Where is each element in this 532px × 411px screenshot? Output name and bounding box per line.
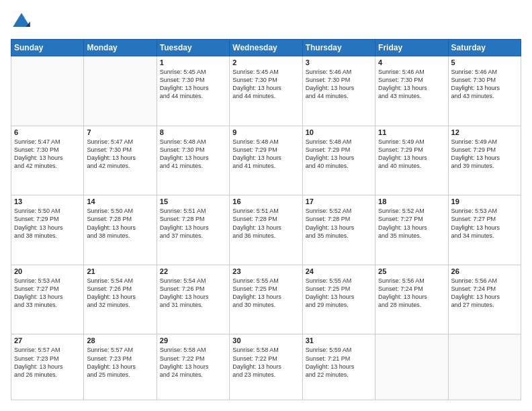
calendar-cell: 17Sunrise: 5:52 AM Sunset: 7:28 PM Dayli…	[302, 195, 375, 265]
calendar-cell: 30Sunrise: 5:58 AM Sunset: 7:22 PM Dayli…	[230, 334, 302, 400]
calendar-cell: 6Sunrise: 5:47 AM Sunset: 7:30 PM Daylig…	[11, 126, 84, 195]
day-info: Sunrise: 5:57 AM Sunset: 7:23 PM Dayligh…	[14, 346, 81, 379]
day-number: 23	[232, 267, 299, 275]
calendar-cell: 15Sunrise: 5:51 AM Sunset: 7:28 PM Dayli…	[157, 195, 229, 265]
calendar-cell: 16Sunrise: 5:51 AM Sunset: 7:28 PM Dayli…	[230, 195, 302, 265]
day-number: 3	[306, 58, 372, 66]
day-number: 21	[87, 267, 153, 275]
day-info: Sunrise: 5:47 AM Sunset: 7:30 PM Dayligh…	[14, 138, 81, 171]
day-number: 25	[378, 267, 445, 275]
calendar-week-4: 20Sunrise: 5:53 AM Sunset: 7:27 PM Dayli…	[11, 265, 521, 334]
calendar-cell: 21Sunrise: 5:54 AM Sunset: 7:26 PM Dayli…	[84, 265, 157, 334]
day-header-wednesday: Wednesday	[230, 40, 302, 56]
calendar-cell: 7Sunrise: 5:47 AM Sunset: 7:30 PM Daylig…	[84, 126, 157, 195]
day-number: 14	[87, 197, 153, 205]
calendar-week-5: 27Sunrise: 5:57 AM Sunset: 7:23 PM Dayli…	[11, 334, 521, 400]
calendar-cell: 18Sunrise: 5:52 AM Sunset: 7:27 PM Dayli…	[375, 195, 448, 265]
day-number: 13	[14, 197, 81, 205]
day-info: Sunrise: 5:54 AM Sunset: 7:26 PM Dayligh…	[87, 277, 153, 310]
calendar-cell: 26Sunrise: 5:56 AM Sunset: 7:24 PM Dayli…	[448, 265, 521, 334]
calendar-cell: 2Sunrise: 5:45 AM Sunset: 7:30 PM Daylig…	[230, 56, 302, 126]
day-info: Sunrise: 5:45 AM Sunset: 7:30 PM Dayligh…	[232, 68, 299, 101]
day-info: Sunrise: 5:54 AM Sunset: 7:26 PM Dayligh…	[160, 277, 226, 310]
day-number: 28	[87, 336, 153, 345]
day-number: 2	[232, 58, 299, 66]
day-info: Sunrise: 5:55 AM Sunset: 7:25 PM Dayligh…	[306, 277, 372, 310]
calendar-cell: 27Sunrise: 5:57 AM Sunset: 7:23 PM Dayli…	[11, 334, 84, 400]
day-info: Sunrise: 5:57 AM Sunset: 7:23 PM Dayligh…	[87, 346, 153, 379]
day-number: 5	[451, 58, 518, 66]
calendar-header-row: SundayMondayTuesdayWednesdayThursdayFrid…	[11, 40, 521, 56]
day-number: 17	[306, 197, 372, 205]
calendar-cell: 1Sunrise: 5:45 AM Sunset: 7:30 PM Daylig…	[157, 56, 229, 126]
day-header-friday: Friday	[375, 40, 448, 56]
calendar-cell: 12Sunrise: 5:49 AM Sunset: 7:29 PM Dayli…	[448, 126, 521, 195]
day-info: Sunrise: 5:47 AM Sunset: 7:30 PM Dayligh…	[87, 138, 153, 171]
day-info: Sunrise: 5:58 AM Sunset: 7:22 PM Dayligh…	[232, 346, 299, 379]
calendar-cell	[448, 334, 521, 400]
day-info: Sunrise: 5:48 AM Sunset: 7:29 PM Dayligh…	[306, 138, 372, 171]
day-info: Sunrise: 5:49 AM Sunset: 7:29 PM Dayligh…	[378, 138, 445, 171]
day-info: Sunrise: 5:52 AM Sunset: 7:28 PM Dayligh…	[306, 207, 372, 240]
day-number: 20	[14, 267, 81, 275]
calendar-cell: 10Sunrise: 5:48 AM Sunset: 7:29 PM Dayli…	[302, 126, 375, 195]
day-info: Sunrise: 5:46 AM Sunset: 7:30 PM Dayligh…	[378, 68, 445, 101]
calendar-cell: 22Sunrise: 5:54 AM Sunset: 7:26 PM Dayli…	[157, 265, 229, 334]
calendar-cell: 28Sunrise: 5:57 AM Sunset: 7:23 PM Dayli…	[84, 334, 157, 400]
day-number: 29	[160, 336, 226, 345]
calendar-cell: 11Sunrise: 5:49 AM Sunset: 7:29 PM Dayli…	[375, 126, 448, 195]
calendar-cell	[375, 334, 448, 400]
day-number: 8	[160, 128, 226, 136]
calendar-cell: 25Sunrise: 5:56 AM Sunset: 7:24 PM Dayli…	[375, 265, 448, 334]
calendar-cell: 13Sunrise: 5:50 AM Sunset: 7:29 PM Dayli…	[11, 195, 84, 265]
day-info: Sunrise: 5:48 AM Sunset: 7:29 PM Dayligh…	[232, 138, 299, 171]
day-number: 18	[378, 197, 445, 205]
calendar-cell: 24Sunrise: 5:55 AM Sunset: 7:25 PM Dayli…	[302, 265, 375, 334]
calendar-cell	[11, 56, 84, 126]
day-header-sunday: Sunday	[11, 40, 84, 56]
day-number: 27	[14, 336, 81, 345]
day-info: Sunrise: 5:51 AM Sunset: 7:28 PM Dayligh…	[160, 207, 226, 240]
day-header-saturday: Saturday	[448, 40, 521, 56]
day-number: 7	[87, 128, 153, 136]
day-number: 4	[378, 58, 445, 66]
day-number: 15	[160, 197, 226, 205]
day-info: Sunrise: 5:52 AM Sunset: 7:27 PM Dayligh…	[378, 207, 445, 240]
day-info: Sunrise: 5:55 AM Sunset: 7:25 PM Dayligh…	[232, 277, 299, 310]
day-info: Sunrise: 5:53 AM Sunset: 7:27 PM Dayligh…	[451, 207, 518, 240]
page-header	[11, 11, 521, 32]
day-header-thursday: Thursday	[302, 40, 375, 56]
day-info: Sunrise: 5:46 AM Sunset: 7:30 PM Dayligh…	[451, 68, 518, 101]
calendar-cell: 4Sunrise: 5:46 AM Sunset: 7:30 PM Daylig…	[375, 56, 448, 126]
calendar-cell: 14Sunrise: 5:50 AM Sunset: 7:28 PM Dayli…	[84, 195, 157, 265]
day-number: 19	[451, 197, 518, 205]
day-info: Sunrise: 5:56 AM Sunset: 7:24 PM Dayligh…	[378, 277, 445, 310]
day-header-monday: Monday	[84, 40, 157, 56]
day-info: Sunrise: 5:46 AM Sunset: 7:30 PM Dayligh…	[306, 68, 372, 101]
day-info: Sunrise: 5:56 AM Sunset: 7:24 PM Dayligh…	[451, 277, 518, 310]
calendar-week-1: 1Sunrise: 5:45 AM Sunset: 7:30 PM Daylig…	[11, 56, 521, 126]
calendar-cell: 9Sunrise: 5:48 AM Sunset: 7:29 PM Daylig…	[230, 126, 302, 195]
day-number: 6	[14, 128, 81, 136]
day-number: 9	[232, 128, 299, 136]
day-header-tuesday: Tuesday	[157, 40, 229, 56]
day-info: Sunrise: 5:58 AM Sunset: 7:22 PM Dayligh…	[160, 346, 226, 379]
day-number: 11	[378, 128, 445, 136]
day-info: Sunrise: 5:51 AM Sunset: 7:28 PM Dayligh…	[232, 207, 299, 240]
calendar-cell: 23Sunrise: 5:55 AM Sunset: 7:25 PM Dayli…	[230, 265, 302, 334]
day-info: Sunrise: 5:50 AM Sunset: 7:28 PM Dayligh…	[87, 207, 153, 240]
calendar-cell: 8Sunrise: 5:48 AM Sunset: 7:30 PM Daylig…	[157, 126, 229, 195]
calendar-cell: 3Sunrise: 5:46 AM Sunset: 7:30 PM Daylig…	[302, 56, 375, 126]
day-info: Sunrise: 5:59 AM Sunset: 7:21 PM Dayligh…	[306, 346, 372, 379]
calendar-cell: 5Sunrise: 5:46 AM Sunset: 7:30 PM Daylig…	[448, 56, 521, 126]
day-number: 24	[306, 267, 372, 275]
day-number: 30	[232, 336, 299, 345]
day-info: Sunrise: 5:50 AM Sunset: 7:29 PM Dayligh…	[14, 207, 81, 240]
logo	[11, 11, 35, 32]
day-info: Sunrise: 5:48 AM Sunset: 7:30 PM Dayligh…	[160, 138, 226, 171]
day-info: Sunrise: 5:53 AM Sunset: 7:27 PM Dayligh…	[14, 277, 81, 310]
calendar-week-2: 6Sunrise: 5:47 AM Sunset: 7:30 PM Daylig…	[11, 126, 521, 195]
day-number: 26	[451, 267, 518, 275]
day-number: 10	[306, 128, 372, 136]
day-number: 31	[306, 336, 372, 345]
